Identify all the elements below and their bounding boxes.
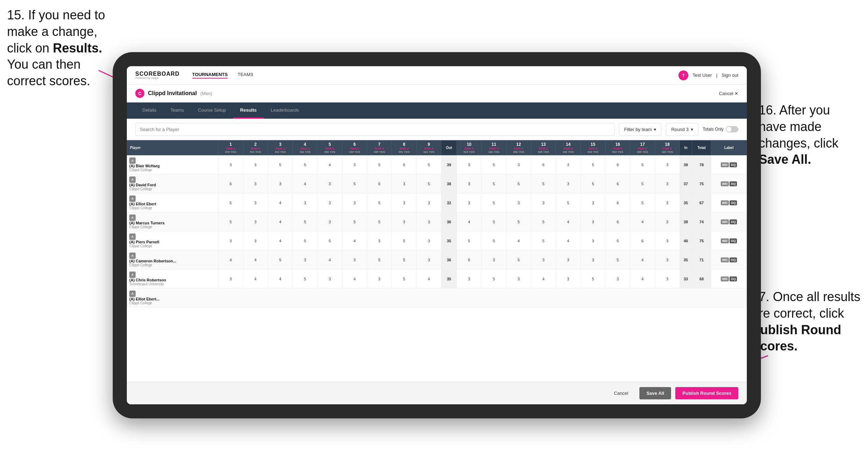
score-cell[interactable]: 5 [531,231,556,250]
score-cell[interactable]: 4 [630,269,655,288]
score-cell[interactable]: 3 [531,250,556,269]
score-cell[interactable]: 3 [243,193,268,212]
save-all-button[interactable]: Save All [639,387,671,399]
score-cell[interactable]: 6 [605,212,630,231]
score-cell[interactable]: 3 [482,250,506,269]
score-cell[interactable]: 4 [556,212,581,231]
cancel-button[interactable]: Cancel [607,387,635,399]
score-cell[interactable]: 5 [482,231,506,250]
score-cell[interactable]: 3 [457,269,481,288]
score-cell[interactable]: 5 [367,212,392,231]
score-cell[interactable]: 3 [506,193,531,212]
score-cell[interactable]: 6 [218,174,243,193]
score-cell[interactable]: 4 [293,174,317,193]
score-cell[interactable]: 5 [392,231,416,250]
score-cell[interactable]: 5 [317,231,342,250]
score-cell[interactable]: 5 [367,193,392,212]
score-cell[interactable]: 4 [243,269,268,288]
score-cell[interactable]: 3 [243,155,268,174]
score-cell[interactable]: 5 [457,231,481,250]
score-cell[interactable]: 5 [342,174,367,193]
score-cell[interactable]: 5 [482,212,506,231]
score-cell[interactable]: 5 [293,231,317,250]
score-cell[interactable]: 3 [392,174,416,193]
score-cell[interactable]: 3 [581,250,605,269]
score-cell[interactable]: 3 [655,174,680,193]
score-cell[interactable]: 4 [317,250,342,269]
score-cell[interactable]: 4 [268,212,292,231]
score-cell[interactable]: 5 [367,155,392,174]
score-cell[interactable]: 6 [531,155,556,174]
score-cell[interactable]: 3 [655,269,680,288]
filter-team-btn[interactable]: Filter by team ▾ [619,123,662,136]
round-select-btn[interactable]: Round 3 ▾ [666,123,698,136]
score-cell[interactable]: 3 [218,269,243,288]
score-cell[interactable]: 6 [605,155,630,174]
score-cell[interactable]: 3 [243,174,268,193]
score-cell[interactable]: 5 [482,269,506,288]
score-cell[interactable]: 4 [342,269,367,288]
score-cell[interactable]: 3 [605,269,630,288]
score-cell[interactable]: 5 [556,193,581,212]
score-cell[interactable]: 3 [655,212,680,231]
tab-results[interactable]: Results [233,102,264,119]
score-cell[interactable]: 5 [268,250,292,269]
score-cell[interactable]: 6 [630,231,655,250]
score-cell[interactable]: 5 [416,174,441,193]
score-cell[interactable]: 5 [416,155,441,174]
score-cell[interactable]: 4 [243,250,268,269]
score-cell[interactable]: 5 [392,250,416,269]
score-cell[interactable]: 3 [416,212,441,231]
score-cell[interactable]: 3 [457,174,481,193]
score-cell[interactable]: 3 [243,212,268,231]
score-cell[interactable]: 5 [482,155,506,174]
tab-leaderboards[interactable]: Leaderboards [264,102,306,119]
score-cell[interactable]: 3 [416,250,441,269]
score-cell[interactable]: 4 [531,269,556,288]
score-cell[interactable]: 3 [581,193,605,212]
score-cell[interactable]: 3 [218,231,243,250]
score-cell[interactable]: 5 [293,269,317,288]
score-cell[interactable]: 3 [367,231,392,250]
nav-teams[interactable]: TEAMS [237,72,253,79]
score-cell[interactable]: 3 [392,212,416,231]
score-cell[interactable]: 3 [531,193,556,212]
score-cell[interactable]: 5 [506,250,531,269]
score-cell[interactable]: 3 [457,193,481,212]
score-cell[interactable]: 3 [218,155,243,174]
score-cell[interactable]: 5 [605,250,630,269]
score-cell[interactable]: 3 [556,155,581,174]
score-cell[interactable]: 5 [293,155,317,174]
score-cell[interactable]: 3 [268,174,292,193]
score-cell[interactable]: 6 [605,193,630,212]
score-cell[interactable]: 3 [342,250,367,269]
score-cell[interactable]: 5 [482,174,506,193]
score-cell[interactable]: 5 [506,174,531,193]
score-cell[interactable]: 4 [218,250,243,269]
score-cell[interactable]: 3 [293,250,317,269]
score-cell[interactable]: 3 [342,155,367,174]
score-cell[interactable]: 3 [416,231,441,250]
score-cell[interactable]: 3 [556,250,581,269]
score-cell[interactable]: 3 [243,231,268,250]
score-cell[interactable]: 5 [392,269,416,288]
score-cell[interactable]: 5 [342,212,367,231]
score-cell[interactable]: 4 [317,155,342,174]
score-cell[interactable]: 3 [556,174,581,193]
score-cell[interactable]: 3 [581,212,605,231]
score-cell[interactable]: 5 [531,212,556,231]
tab-details[interactable]: Details [135,102,163,119]
score-cell[interactable]: 3 [506,269,531,288]
score-cell[interactable]: 4 [630,250,655,269]
score-cell[interactable]: 5 [367,250,392,269]
tab-teams[interactable]: Teams [163,102,191,119]
score-cell[interactable]: 5 [531,174,556,193]
score-cell[interactable]: 6 [457,250,481,269]
cancel-tournament-btn[interactable]: Cancel ✕ [719,91,738,96]
score-cell[interactable]: 3 [655,250,680,269]
score-cell[interactable]: 4 [457,212,481,231]
score-cell[interactable]: 3 [581,231,605,250]
score-cell[interactable]: 3 [317,174,342,193]
score-cell[interactable]: 4 [268,193,292,212]
score-cell[interactable]: 5 [268,155,292,174]
